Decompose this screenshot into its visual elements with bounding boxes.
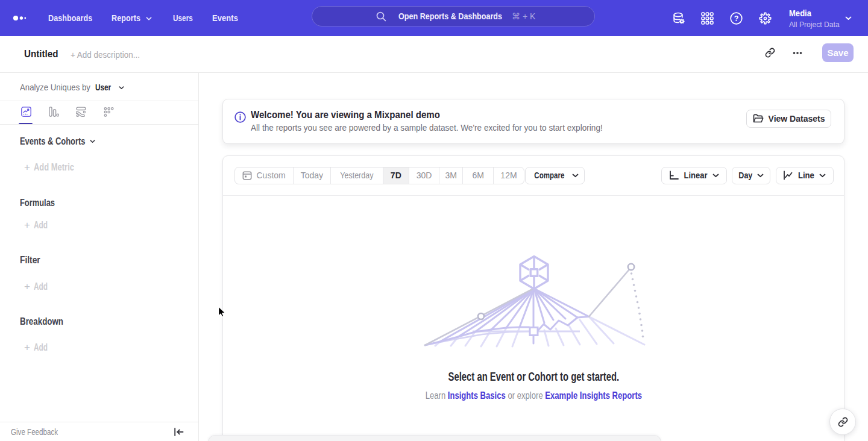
svg-text:?: ? [734,14,739,23]
